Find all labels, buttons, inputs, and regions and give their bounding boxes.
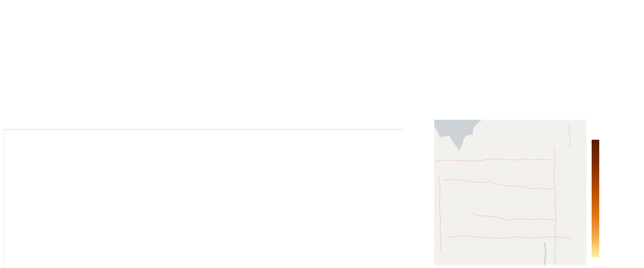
age-pie[interactable] [574,62,608,96]
pivot-table [4,129,403,268]
gender-pie[interactable] [466,63,499,96]
map-legend-gradient [592,140,599,258]
salon-map[interactable] [434,120,586,266]
profitability-chart[interactable] [0,50,409,128]
map-background [434,120,586,266]
map-attribution [434,265,586,266]
dashboard [0,0,644,268]
